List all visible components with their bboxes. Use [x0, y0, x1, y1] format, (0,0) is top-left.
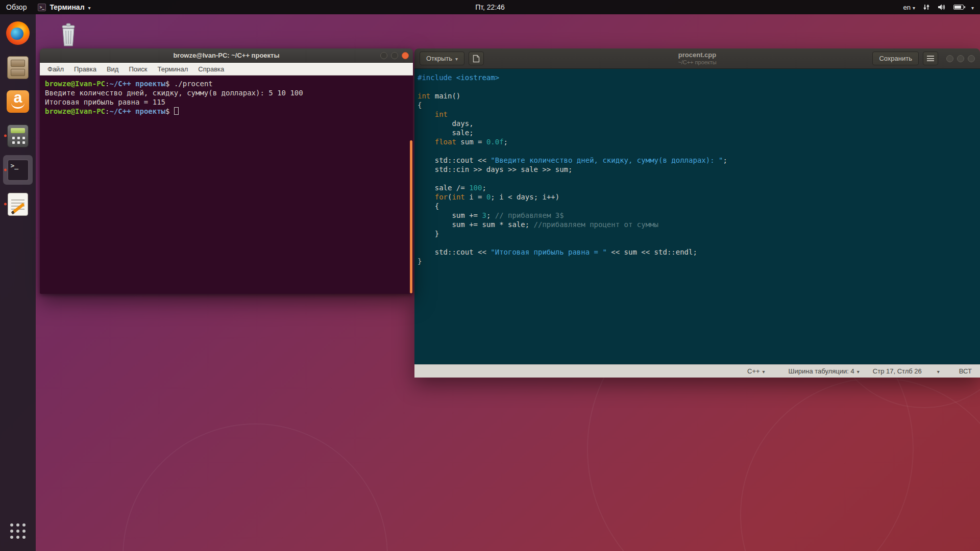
- terminal-window-title: browze@Ivan-PC: ~/C++ проекты: [173, 52, 279, 59]
- terminal-menubar: ФайлПравкаВидПоискТерминалСправка: [40, 63, 413, 76]
- document-title: procent.cpp: [678, 51, 717, 59]
- text-line: [418, 174, 977, 183]
- clock[interactable]: Пт, 22:46: [475, 3, 505, 11]
- text-line: [418, 146, 977, 156]
- chevron-down-icon: [857, 367, 860, 375]
- close-button[interactable]: [402, 52, 409, 59]
- text-line: std::cin >> days >> sale >> sum;: [418, 165, 977, 174]
- network-icon[interactable]: [923, 4, 930, 11]
- text-line: float sum = 0.0f;: [418, 137, 977, 146]
- dock-item-calculator[interactable]: [3, 121, 33, 151]
- terminal-output[interactable]: browze@Ivan-PC:~/C++ проекты$ ./procentВ…: [40, 76, 413, 294]
- text-line: int main(): [418, 91, 977, 101]
- text-line: for(int i = 0; i < days; i++): [418, 192, 977, 202]
- text-line: }: [418, 257, 977, 266]
- maximize-button[interactable]: [957, 55, 964, 62]
- text-line: std::cout << "Введите количество дней, с…: [418, 156, 977, 165]
- close-button[interactable]: [968, 55, 975, 62]
- terminal-menu-item[interactable]: Правка: [69, 65, 101, 73]
- chevron-down-icon: [763, 367, 765, 375]
- editor-headerbar[interactable]: Открыть procent.cpp ~/C++ проекты Сохран…: [414, 48, 980, 69]
- text-line: int: [418, 110, 977, 119]
- insert-mode-indicator: ВСТ: [959, 367, 972, 375]
- goto-line-dropdown[interactable]: [937, 367, 940, 375]
- dock: [0, 14, 36, 551]
- text-line: std::cout << "Итоговая прибыль равна = "…: [418, 247, 977, 257]
- terminal-window: browze@Ivan-PC: ~/C++ проекты ФайлПравка…: [40, 48, 413, 294]
- text-line: }: [418, 229, 977, 238]
- terminal-menu-item[interactable]: Справка: [193, 65, 229, 73]
- terminal-menu-item[interactable]: Файл: [43, 65, 68, 73]
- terminal-mini-icon: >_: [38, 4, 46, 11]
- maximize-button[interactable]: [391, 52, 398, 59]
- minimize-button[interactable]: [380, 52, 387, 59]
- new-document-icon: [473, 55, 480, 63]
- text-line: {: [418, 101, 977, 110]
- chevron-down-icon: [455, 55, 458, 62]
- open-button[interactable]: Открыть: [420, 52, 464, 65]
- dock-item-firefox[interactable]: [3, 18, 33, 48]
- text-line: days,: [418, 119, 977, 128]
- code-area[interactable]: #include <iostream> int main(){ int days…: [414, 69, 980, 364]
- firefox-icon: [6, 21, 30, 45]
- tab-width-selector[interactable]: Ширина табуляции: 4: [789, 367, 860, 375]
- terminal-titlebar[interactable]: browze@Ivan-PC: ~/C++ проекты: [40, 48, 413, 63]
- dock-item-amazon[interactable]: [3, 87, 33, 116]
- app-menu-button[interactable]: >_ Терминал: [38, 3, 90, 11]
- text-line: sum += sum * sale; //прибавляем процент …: [418, 220, 977, 229]
- text-line: sale;: [418, 128, 977, 137]
- cursor-position-indicator[interactable]: Стр 17, Стлб 26: [873, 367, 922, 375]
- terminal-menu-item[interactable]: Терминал: [153, 65, 192, 73]
- document-path: ~/C++ проекты: [678, 59, 717, 66]
- language-selector[interactable]: C++: [747, 367, 765, 375]
- dock-item-terminal[interactable]: [3, 155, 33, 185]
- text-editor-icon: [8, 193, 28, 216]
- system-menu-chevron-icon[interactable]: [971, 4, 974, 11]
- show-applications-button[interactable]: [3, 516, 33, 546]
- keyboard-layout-indicator[interactable]: en: [903, 4, 915, 11]
- editor-statusbar: C++ Ширина табуляции: 4 Стр 17, Стлб 26 …: [414, 364, 980, 378]
- text-line: Введите количество дней, скидку, сумму(в…: [45, 88, 408, 97]
- volume-icon[interactable]: [938, 4, 946, 11]
- terminal-scrollbar[interactable]: [410, 140, 412, 293]
- amazon-icon: [7, 90, 29, 113]
- app-menu-label: Терминал: [50, 3, 84, 11]
- terminal-menu-item[interactable]: Поиск: [124, 65, 152, 73]
- terminal-cursor: [174, 107, 179, 115]
- terminal-icon: [7, 159, 29, 181]
- files-icon: [7, 56, 29, 79]
- top-bar: Обзор >_ Терминал Пт, 22:46 en: [0, 0, 980, 14]
- text-line: {: [418, 202, 977, 211]
- text-line: #include <iostream>: [418, 73, 977, 82]
- chevron-down-icon: [88, 3, 91, 11]
- hamburger-icon: [927, 56, 934, 61]
- editor-title-area: procent.cpp ~/C++ проекты: [678, 51, 717, 66]
- terminal-menu-item[interactable]: Вид: [102, 65, 124, 73]
- text-line: browze@Ivan-PC:~/C++ проекты$: [45, 107, 408, 116]
- hamburger-menu-button[interactable]: [923, 52, 938, 65]
- text-line: [418, 82, 977, 91]
- text-line: Итоговая прибыль равна = 115: [45, 97, 408, 107]
- trash-icon[interactable]: [57, 22, 80, 48]
- chevron-down-icon: [937, 367, 940, 375]
- wallpaper-circle: [122, 423, 388, 551]
- dock-item-text-editor[interactable]: [3, 189, 33, 219]
- chevron-down-icon: [913, 4, 915, 11]
- calculator-icon: [7, 124, 29, 147]
- activities-button[interactable]: Обзор: [6, 3, 27, 11]
- new-document-button[interactable]: [469, 52, 484, 65]
- minimize-button[interactable]: [946, 55, 953, 62]
- editor-window: Открыть procent.cpp ~/C++ проекты Сохран…: [414, 48, 980, 378]
- save-button[interactable]: Сохранить: [872, 52, 919, 65]
- app-grid-icon: [10, 523, 26, 539]
- battery-icon[interactable]: [953, 5, 964, 10]
- text-line: sale /= 100;: [418, 183, 977, 192]
- dock-items: [0, 14, 36, 219]
- text-line: browze@Ivan-PC:~/C++ проекты$ ./procent: [45, 79, 408, 88]
- dock-item-files[interactable]: [3, 53, 33, 82]
- text-line: sum += 3; // прибавляем 3$: [418, 211, 977, 220]
- text-line: [418, 238, 977, 247]
